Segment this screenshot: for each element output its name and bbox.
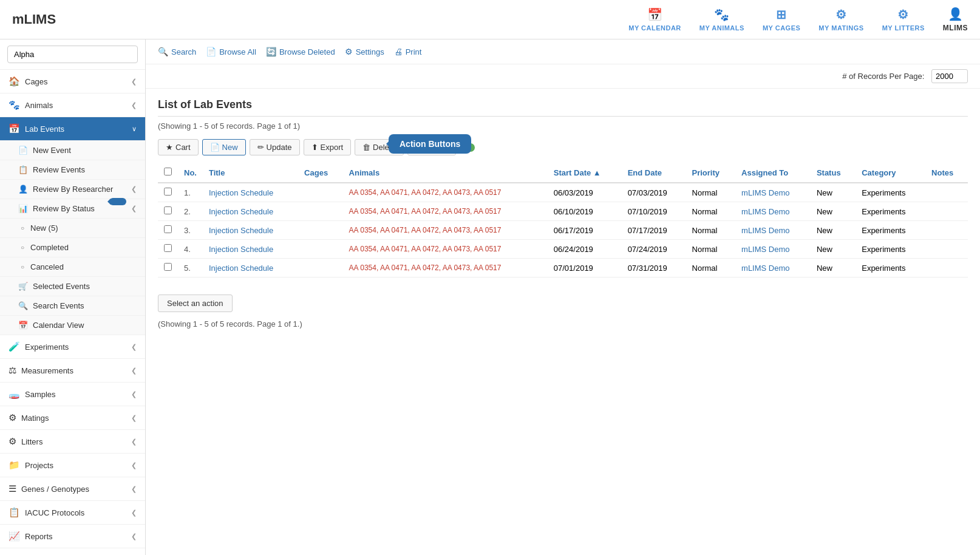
col-header-animals[interactable]: Animals: [343, 163, 548, 183]
cell-no-1: 2.: [178, 202, 203, 221]
cart-icon: ★: [166, 143, 173, 152]
cell-end-2: 07/17/2019: [622, 221, 686, 240]
cell-animals-4: AA 0354, AA 0471, AA 0472, AA 0473, AA 0…: [343, 259, 548, 278]
sidebar-review-by-researcher[interactable]: 👤 Review By Researcher ❮: [0, 180, 145, 199]
row-checkbox-0: [158, 183, 178, 202]
sidebar-item-cages[interactable]: 🏠 Cages ❮: [0, 70, 145, 94]
sidebar-item-lab-events[interactable]: 📅 Lab Events ∨: [0, 117, 145, 141]
sidebar-item-iacuc[interactable]: 📋 IACUC Protocols ❮: [0, 501, 145, 525]
sidebar-search-container: [0, 39, 145, 70]
row-select-0[interactable]: [164, 188, 172, 196]
col-header-assigned-to[interactable]: Assigned To: [735, 163, 811, 183]
sidebar-item-litters[interactable]: ⚙ Litters ❮: [0, 430, 145, 454]
select-action-button[interactable]: Select an action: [158, 295, 233, 312]
select-all-checkbox[interactable]: [164, 168, 172, 175]
cell-notes-4: [925, 259, 968, 278]
sidebar-item-reports[interactable]: 📈 Reports ❮: [0, 525, 145, 548]
records-per-page-label: # of Records Per Page:: [842, 72, 924, 81]
nav-matings[interactable]: ⚙ MY MATINGS: [818, 7, 863, 32]
print-button[interactable]: 🖨 Print: [394, 47, 422, 56]
cell-assigned-2[interactable]: mLIMS Demo: [735, 221, 811, 240]
review-events-icon: 📋: [18, 165, 28, 174]
row-select-4[interactable]: [164, 263, 172, 271]
cages-chevron-icon: ❮: [131, 78, 137, 86]
new-button[interactable]: 📄 New: [202, 139, 246, 155]
sidebar-selected-events[interactable]: 🛒 Selected Events: [0, 277, 145, 296]
status-canceled-label: Canceled: [30, 262, 64, 271]
browse-deleted-label: Browse Deleted: [279, 47, 335, 56]
cell-cages-3: [298, 240, 342, 259]
cell-title-1[interactable]: Injection Schedule: [203, 202, 298, 221]
sidebar-item-samples[interactable]: 🧫 Samples ❮: [0, 383, 145, 406]
cell-start-3: 06/24/2019: [548, 240, 622, 259]
litters-chevron-icon: ❮: [131, 438, 137, 446]
review-status-chevron-icon: ❮: [131, 205, 137, 213]
sidebar-item-genes[interactable]: ☰ Genes / Genotypes ❮: [0, 477, 145, 501]
cell-title-2[interactable]: Injection Schedule: [203, 221, 298, 240]
update-button[interactable]: ✏ Update: [250, 139, 300, 155]
nav-user[interactable]: 👤 mLIMS: [943, 7, 968, 32]
settings-button[interactable]: ⚙ Settings: [345, 47, 384, 56]
review-events-label: Review Events: [33, 165, 85, 174]
row-select-2[interactable]: [164, 225, 172, 233]
nav-calendar[interactable]: 📅 MY CALENDAR: [628, 7, 681, 32]
top-nav-items: 📅 MY CALENDAR 🐾 MY ANIMALS ⊞ MY CAGES ⚙ …: [628, 7, 968, 32]
sidebar-status-new[interactable]: New (5): [0, 219, 145, 238]
cell-priority-1: Normal: [686, 202, 736, 221]
browse-deleted-button[interactable]: 🔄 Browse Deleted: [266, 47, 335, 56]
genes-chevron-icon: ❮: [131, 485, 137, 493]
sidebar-search-events[interactable]: 🔍 Search Events: [0, 296, 145, 316]
nav-litters[interactable]: ⚙ MY LITTERS: [882, 7, 925, 32]
sidebar-search-input[interactable]: [7, 46, 138, 63]
browse-all-label: Browse All: [219, 47, 256, 56]
records-per-page-input[interactable]: [931, 69, 968, 83]
new-event-label: New Event: [33, 146, 71, 155]
nav-animals[interactable]: 🐾 MY ANIMALS: [699, 7, 744, 32]
col-header-cages[interactable]: Cages: [298, 163, 342, 183]
row-select-3[interactable]: [164, 244, 172, 252]
cell-assigned-1[interactable]: mLIMS Demo: [735, 202, 811, 221]
calendar-nav-icon: 📅: [647, 7, 663, 22]
main-layout: 🏠 Cages ❮ 🐾 Animals ❮ 📅 Lab Events ∨ 📄: [0, 39, 980, 555]
search-button[interactable]: 🔍 Search: [158, 47, 196, 56]
sidebar-item-projects[interactable]: 📁 Projects ❮: [0, 454, 145, 477]
sidebar-status-completed[interactable]: Completed: [0, 238, 145, 257]
col-header-end-date[interactable]: End Date: [622, 163, 686, 183]
sidebar-item-matings[interactable]: ⚙ Matings ❮: [0, 406, 145, 430]
sidebar-item-measurements[interactable]: ⚖ Measurements ❮: [0, 359, 145, 383]
export-button[interactable]: ⬆ Export: [304, 139, 352, 155]
cages-icon: 🏠: [9, 76, 20, 87]
litters-nav-icon: ⚙: [897, 7, 909, 22]
cell-title-3[interactable]: Injection Schedule: [203, 240, 298, 259]
browse-all-button[interactable]: 📄 Browse All: [206, 47, 256, 56]
page-content: List of Lab Events (Showing 1 - 5 of 5 r…: [146, 89, 980, 338]
cell-status-3: New: [811, 240, 856, 259]
cell-title-4[interactable]: Injection Schedule: [203, 259, 298, 278]
col-header-start-date[interactable]: Start Date ▲: [548, 163, 622, 183]
cell-assigned-4[interactable]: mLIMS Demo: [735, 259, 811, 278]
nav-cages[interactable]: ⊞ MY CAGES: [763, 7, 800, 32]
cell-assigned-0[interactable]: mLIMS Demo: [735, 183, 811, 202]
col-header-priority[interactable]: Priority: [686, 163, 736, 183]
cell-title-0[interactable]: Injection Schedule: [203, 183, 298, 202]
sidebar-reports-label: Reports: [25, 532, 53, 541]
cart-button[interactable]: ★ Cart: [158, 139, 199, 155]
top-nav: mLIMS 📅 MY CALENDAR 🐾 MY ANIMALS ⊞ MY CA…: [0, 0, 980, 39]
sidebar-item-experiments[interactable]: 🧪 Experiments ❮: [0, 335, 145, 359]
col-header-status[interactable]: Status: [811, 163, 856, 183]
sidebar-review-by-status[interactable]: 📊 Review By Status ❮: [0, 199, 145, 219]
row-select-1[interactable]: [164, 206, 172, 214]
sidebar-review-events[interactable]: 📋 Review Events: [0, 160, 145, 180]
col-header-title[interactable]: Title: [203, 163, 298, 183]
sidebar-status-canceled[interactable]: Canceled: [0, 257, 145, 277]
col-header-notes[interactable]: Notes: [925, 163, 968, 183]
cell-category-3: Experiments: [856, 240, 925, 259]
sidebar-item-animals[interactable]: 🐾 Animals ❮: [0, 94, 145, 117]
sidebar-lab-events-label: Lab Events: [25, 124, 64, 134]
sidebar-new-event[interactable]: 📄 New Event: [0, 141, 145, 160]
row-checkbox-4: [158, 259, 178, 278]
sidebar-calendar-view[interactable]: 📅 Calendar View: [0, 316, 145, 335]
cell-notes-0: [925, 183, 968, 202]
col-header-category[interactable]: Category: [856, 163, 925, 183]
cell-assigned-3[interactable]: mLIMS Demo: [735, 240, 811, 259]
